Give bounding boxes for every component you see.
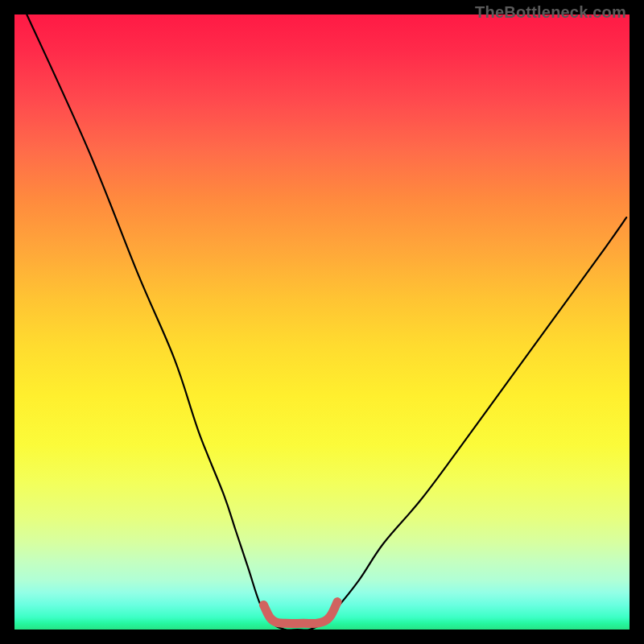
chart-frame (14, 14, 630, 630)
optimal-range-curve (263, 602, 337, 624)
chart-container: TheBottleneck.com (0, 0, 644, 644)
watermark-text: TheBottleneck.com (475, 3, 626, 22)
bottleneck-curve (27, 14, 626, 630)
chart-svg (14, 14, 630, 630)
